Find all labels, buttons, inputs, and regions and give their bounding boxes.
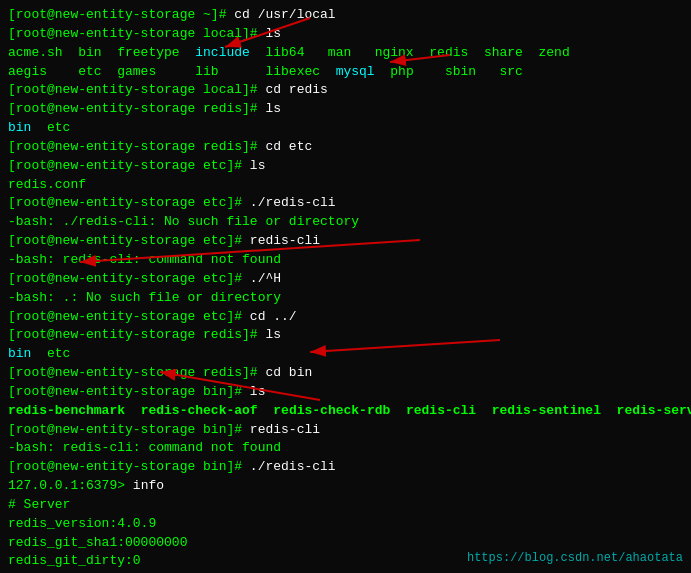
command: ./redis-cli: [250, 459, 336, 474]
output: etc: [47, 120, 70, 135]
command: cd /usr/local: [234, 7, 335, 22]
prompt: [root@new-entity-storage redis]#: [8, 101, 265, 116]
command: ./redis-cli: [250, 195, 336, 210]
output: [476, 403, 492, 418]
terminal-line: [root@new-entity-storage bin]# ./redis-c…: [8, 458, 683, 477]
terminal: [root@new-entity-storage ~]# cd /usr/loc…: [0, 0, 691, 573]
output: [31, 346, 47, 361]
command: ls: [250, 158, 266, 173]
redis-sentinel: redis-sentinel: [492, 403, 601, 418]
terminal-line: [root@new-entity-storage etc]# ./redis-c…: [8, 194, 683, 213]
output: [31, 120, 47, 135]
prompt: [root@new-entity-storage bin]#: [8, 384, 250, 399]
terminal-line: [root@new-entity-storage etc]# cd ../: [8, 308, 683, 327]
command: cd bin: [265, 365, 312, 380]
prompt: [root@new-entity-storage redis]#: [8, 327, 265, 342]
terminal-line: redis_git_sha1:00000000: [8, 534, 683, 553]
terminal-line: -bash: .: No such file or directory: [8, 289, 683, 308]
prompt: [root@new-entity-storage etc]#: [8, 195, 250, 210]
output: # Server: [8, 497, 70, 512]
prompt: [root@new-entity-storage etc]#: [8, 158, 250, 173]
bin-output: bin: [8, 120, 31, 135]
terminal-line: [root@new-entity-storage etc]# ls: [8, 157, 683, 176]
output: php sbin src: [375, 64, 523, 79]
terminal-line: -bash: ./redis-cli: No such file or dire…: [8, 213, 683, 232]
terminal-line: [root@new-entity-storage redis]# cd etc: [8, 138, 683, 157]
mysql-highlight: mysql: [336, 64, 375, 79]
error-output: -bash: ./redis-cli: No such file or dire…: [8, 214, 359, 229]
output: aegis etc games lib libexec: [8, 64, 336, 79]
command: cd redis: [265, 82, 327, 97]
bin-output2: bin: [8, 346, 31, 361]
terminal-line: redis.conf: [8, 176, 683, 195]
command: info: [133, 478, 164, 493]
prompt: [root@new-entity-storage ~]#: [8, 7, 234, 22]
terminal-line: [root@new-entity-storage local]# cd redi…: [8, 81, 683, 100]
error-output: -bash: redis-cli: command not found: [8, 440, 281, 455]
terminal-line: bin etc: [8, 345, 683, 364]
command: ./^H: [250, 271, 281, 286]
redis-benchmark: redis-benchmark: [8, 403, 125, 418]
prompt: [root@new-entity-storage bin]#: [8, 422, 250, 437]
output: redis_git_sha1:00000000: [8, 535, 187, 550]
terminal-line: [root@new-entity-storage etc]# ./^H: [8, 270, 683, 289]
terminal-line: redis-benchmark redis-check-aof redis-ch…: [8, 402, 683, 421]
redis-check-rdb: redis-check-rdb: [273, 403, 390, 418]
output: [258, 403, 274, 418]
command: cd ../: [250, 309, 297, 324]
terminal-line: [root@new-entity-storage local]# ls: [8, 25, 683, 44]
output: acme.sh bin freetype: [8, 45, 195, 60]
include-highlight: include: [195, 45, 250, 60]
terminal-line: -bash: redis-cli: command not found: [8, 439, 683, 458]
output: lib64 man nginx redis share zend: [250, 45, 570, 60]
prompt: [root@new-entity-storage etc]#: [8, 233, 250, 248]
redis-server: redis-server: [617, 403, 691, 418]
prompt: [root@new-entity-storage local]#: [8, 26, 265, 41]
output: redis_git_dirty:0: [8, 553, 141, 568]
command: ls: [250, 384, 266, 399]
terminal-line: aegis etc games lib libexec mysql php sb…: [8, 63, 683, 82]
output: redis_version:4.0.9: [8, 516, 156, 531]
command: ls: [265, 26, 281, 41]
terminal-line: redis_version:4.0.9: [8, 515, 683, 534]
redis-cli-bin: redis-cli: [406, 403, 476, 418]
output: [390, 403, 406, 418]
terminal-line: [root@new-entity-storage bin]# redis-cli: [8, 421, 683, 440]
prompt: [root@new-entity-storage etc]#: [8, 309, 250, 324]
terminal-line: acme.sh bin freetype include lib64 man n…: [8, 44, 683, 63]
command: cd etc: [265, 139, 312, 154]
prompt: [root@new-entity-storage redis]#: [8, 365, 265, 380]
redis-prompt: 127.0.0.1:6379>: [8, 478, 133, 493]
watermark: https://blog.csdn.net/ahaotata: [467, 551, 683, 565]
terminal-line: [root@new-entity-storage redis]# cd bin: [8, 364, 683, 383]
terminal-line: [root@new-entity-storage redis]# ls: [8, 100, 683, 119]
prompt: [root@new-entity-storage local]#: [8, 82, 265, 97]
command: ls: [265, 101, 281, 116]
terminal-line: [root@new-entity-storage bin]# ls: [8, 383, 683, 402]
terminal-line: 127.0.0.1:6379> info: [8, 477, 683, 496]
prompt: [root@new-entity-storage bin]#: [8, 459, 250, 474]
prompt: [root@new-entity-storage redis]#: [8, 139, 265, 154]
prompt: [root@new-entity-storage etc]#: [8, 271, 250, 286]
terminal-line: # Server: [8, 496, 683, 515]
command: ls: [265, 327, 281, 342]
error-output: -bash: redis-cli: command not found: [8, 252, 281, 267]
terminal-line: [root@new-entity-storage ~]# cd /usr/loc…: [8, 6, 683, 25]
terminal-line: -bash: redis-cli: command not found: [8, 251, 683, 270]
terminal-line: [root@new-entity-storage redis]# ls: [8, 326, 683, 345]
output: [125, 403, 141, 418]
redis-check-aof: redis-check-aof: [141, 403, 258, 418]
terminal-line: bin etc: [8, 119, 683, 138]
command: redis-cli: [250, 422, 320, 437]
output: redis.conf: [8, 177, 86, 192]
error-output: -bash: .: No such file or directory: [8, 290, 281, 305]
command: redis-cli: [250, 233, 320, 248]
terminal-line: [root@new-entity-storage etc]# redis-cli: [8, 232, 683, 251]
output: [601, 403, 617, 418]
output: etc: [47, 346, 70, 361]
